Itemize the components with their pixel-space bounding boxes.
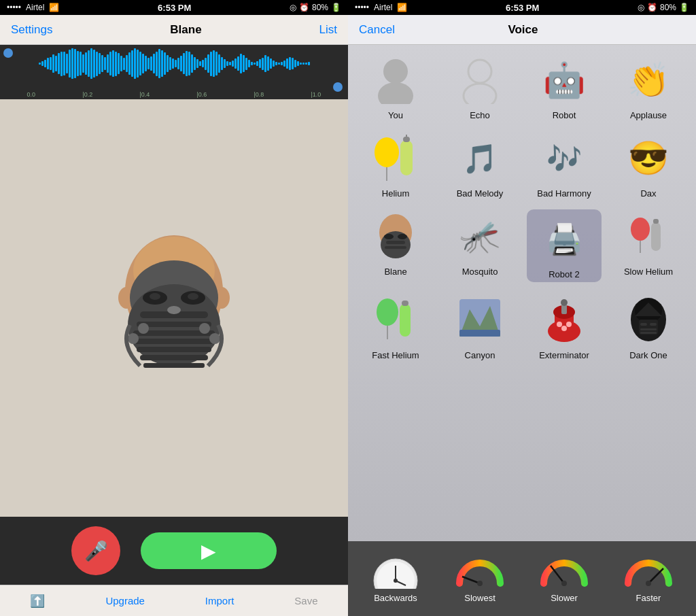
echo-label: Echo — [470, 110, 490, 120]
voice-row-2: Helium 🎵 Bad Melody 🎶 Bad Harmony 😎 Dax — [353, 131, 691, 199]
fast-helium-icon — [368, 293, 423, 347]
voice-row-1: You Echo 🤖 Robot 👏 Applause — [353, 53, 691, 120]
svg-point-36 — [398, 234, 407, 239]
slow-helium-label: Slow Helium — [624, 267, 673, 277]
svg-rect-43 — [400, 304, 411, 337]
svg-point-53 — [566, 322, 572, 327]
voice-item-bad-harmony[interactable]: 🎶 Bad Harmony — [527, 131, 602, 199]
voice-item-robot2[interactable]: 🖨️ Robot 2 — [527, 209, 602, 282]
voice-item-robot[interactable]: 🤖 Robot — [527, 53, 602, 120]
svg-line-69 — [462, 577, 480, 583]
character-area — [0, 99, 348, 517]
save-button[interactable]: Save — [294, 595, 317, 606]
voice-item-echo[interactable]: Echo — [442, 53, 517, 120]
speed-item-slowest[interactable]: Slowest — [442, 555, 517, 603]
svg-point-22 — [383, 59, 408, 84]
voice-row-4: Fast Helium Canyon — [353, 293, 691, 360]
speed-item-backwards[interactable]: Backwards — [358, 555, 433, 603]
svg-point-18 — [138, 323, 149, 334]
list-button[interactable]: List — [319, 23, 337, 37]
wifi-icon-right: 📶 — [397, 3, 407, 12]
svg-point-72 — [561, 581, 567, 586]
slower-label: Slower — [551, 593, 578, 603]
svg-point-51 — [557, 322, 562, 327]
svg-rect-11 — [140, 355, 208, 360]
cancel-button[interactable]: Cancel — [359, 23, 395, 37]
import-button[interactable]: Import — [205, 595, 234, 606]
voice-item-canyon[interactable]: Canyon — [442, 293, 517, 360]
dark-one-label: Dark One — [629, 350, 667, 360]
you-icon — [368, 53, 423, 107]
nav-bar-left: Settings Blane List — [0, 15, 348, 45]
play-icon: ▶ — [201, 540, 216, 562]
voice-title: Voice — [508, 23, 538, 37]
voice-item-helium[interactable]: Helium — [358, 131, 433, 199]
voice-item-you[interactable]: You — [358, 53, 433, 120]
voice-item-exterminator[interactable]: Exterminator — [527, 293, 602, 360]
svg-point-20 — [199, 323, 210, 334]
voice-grid[interactable]: You Echo 🤖 Robot 👏 Applause — [348, 45, 696, 541]
voice-item-blane[interactable]: Blane — [358, 209, 433, 282]
svg-rect-28 — [400, 140, 413, 175]
voice-item-applause[interactable]: 👏 Applause — [611, 53, 686, 120]
svg-point-37 — [631, 218, 650, 241]
svg-point-74 — [646, 581, 651, 586]
ruler-06: |0.6 — [196, 91, 207, 98]
nav-title-left: Blane — [170, 23, 201, 37]
slowest-gauge — [453, 555, 507, 589]
battery-icon-right: 🔋 — [679, 3, 689, 12]
slowest-label: Slowest — [464, 593, 495, 603]
svg-point-21 — [209, 333, 220, 344]
play-button[interactable]: ▶ — [141, 532, 277, 569]
slower-gauge — [537, 555, 591, 589]
svg-rect-9 — [135, 339, 213, 344]
faster-label: Faster — [636, 593, 661, 603]
svg-point-41 — [377, 298, 398, 326]
svg-rect-12 — [143, 363, 205, 368]
svg-point-23 — [378, 82, 413, 104]
speed-controls-bar: Backwards — [348, 541, 696, 616]
voice-item-slow-helium[interactable]: Slow Helium — [611, 209, 686, 282]
signal-dots-left: ••••• — [7, 3, 21, 12]
exterminator-icon — [537, 293, 591, 347]
svg-point-19 — [128, 333, 139, 344]
voice-item-dax[interactable]: 😎 Dax — [611, 131, 686, 199]
voice-item-fast-helium[interactable]: Fast Helium — [358, 293, 433, 360]
svg-rect-10 — [137, 347, 211, 352]
svg-point-70 — [477, 581, 483, 586]
svg-point-35 — [384, 234, 394, 239]
carrier-left: Airtel — [26, 3, 44, 12]
robot2-icon: 🖨️ — [537, 212, 591, 267]
faster-gauge — [621, 555, 676, 589]
alarm-icon-right: ⏰ — [647, 3, 657, 12]
waveform-handle-right[interactable] — [333, 82, 343, 92]
share-button[interactable]: ⬆️ — [30, 594, 45, 609]
mosquito-label: Mosquito — [462, 267, 498, 277]
you-label: You — [388, 110, 403, 120]
voice-item-dark-one[interactable]: Dark One — [611, 293, 686, 360]
ruler-10: |1.0 — [311, 91, 321, 98]
speed-item-slower[interactable]: Slower — [527, 555, 602, 603]
speed-item-faster[interactable]: Faster — [611, 555, 686, 603]
record-button[interactable]: 🎤 — [71, 526, 120, 575]
left-panel: ••••• Airtel 📶 6:53 PM ◎ ⏰ 80% 🔋 Setting… — [0, 0, 348, 616]
voice-item-bad-melody[interactable]: 🎵 Bad Melody — [442, 131, 517, 199]
bad-harmony-icon: 🎶 — [537, 131, 591, 186]
backwards-label: Backwards — [374, 593, 417, 603]
location-icon-left: ◎ — [290, 3, 296, 12]
battery-icon-left: 🔋 — [331, 3, 341, 12]
voice-item-mosquito[interactable]: 🦟 Mosquito — [442, 209, 517, 282]
svg-line-71 — [551, 566, 564, 583]
svg-rect-33 — [386, 241, 405, 244]
svg-rect-61 — [650, 323, 657, 326]
svg-rect-39 — [651, 222, 661, 251]
settings-button[interactable]: Settings — [11, 23, 52, 37]
voice-row-3: Blane 🦟 Mosquito 🖨️ Robot 2 — [353, 209, 691, 282]
waveform-handle-left[interactable] — [3, 48, 13, 58]
canyon-label: Canyon — [465, 350, 495, 360]
svg-point-15 — [150, 293, 160, 300]
svg-point-26 — [375, 137, 399, 167]
svg-rect-44 — [402, 301, 408, 306]
alarm-icon-left: ⏰ — [299, 3, 309, 12]
upgrade-button[interactable]: Upgrade — [105, 595, 145, 606]
